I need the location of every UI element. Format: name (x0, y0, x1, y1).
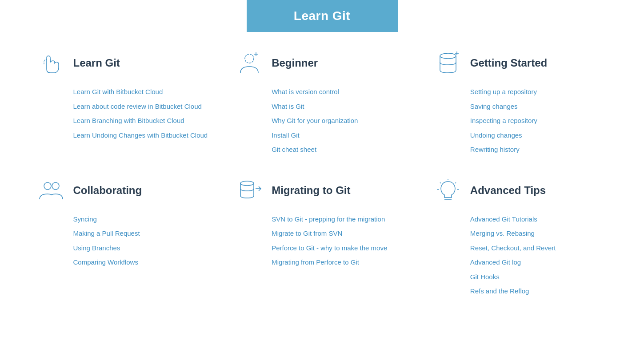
main-content: Learn GitLearn Git with Bitbucket CloudL… (11, 32, 633, 314)
hand-pointer-icon (38, 50, 64, 76)
section-link[interactable]: Saving changes (470, 102, 607, 112)
section-link[interactable]: Inspecting a repository (470, 116, 607, 126)
section-link[interactable]: Advanced Git Tutorials (470, 214, 607, 225)
section-link[interactable]: Learn Git with Bitbucket Cloud (73, 87, 210, 97)
section-links-migrating: SVN to Git - prepping for the migrationM… (236, 214, 408, 268)
section-link[interactable]: Perforce to Git - why to make the move (272, 243, 408, 253)
section-link[interactable]: Using Branches (73, 243, 210, 253)
section-title-advanced-tips: Advanced Tips (470, 184, 546, 197)
person-icon (236, 50, 263, 76)
section-link[interactable]: Undoing changes (470, 131, 607, 141)
section-link[interactable]: Making a Pull Request (73, 229, 210, 239)
section-link[interactable]: Learn about code review in Bitbucket Clo… (73, 102, 210, 112)
page-title: Learn Git (264, 9, 380, 23)
section-title-learn-git: Learn Git (73, 57, 120, 69)
database-plus-icon (435, 50, 461, 76)
people-icon (38, 177, 64, 204)
section-link[interactable]: Why Git for your organization (272, 116, 408, 126)
section-migrating: Migrating to GitSVN to Git - prepping fo… (236, 177, 408, 297)
section-link[interactable]: Rewriting history (470, 145, 607, 155)
section-collaborating: CollaboratingSyncingMaking a Pull Reques… (38, 177, 210, 297)
section-header-migrating: Migrating to Git (236, 177, 408, 204)
section-link[interactable]: Git cheat sheet (272, 145, 408, 155)
section-link[interactable]: Setting up a repository (470, 87, 607, 97)
section-links-getting-started: Setting up a repositorySaving changesIns… (435, 87, 607, 155)
lightbulb-icon (435, 177, 461, 204)
header-banner: Learn Git (247, 0, 398, 32)
section-link[interactable]: SVN to Git - prepping for the migration (272, 214, 408, 225)
section-link[interactable]: Syncing (73, 214, 210, 225)
section-link[interactable]: Git Hooks (470, 272, 607, 282)
section-link[interactable]: Refs and the Reflog (470, 286, 607, 297)
section-links-beginner: What is version controlWhat is GitWhy Gi… (236, 87, 408, 155)
section-header-beginner: Beginner (236, 50, 408, 76)
section-title-beginner: Beginner (272, 57, 318, 69)
section-link[interactable]: Comparing Workflows (73, 257, 210, 268)
section-header-advanced-tips: Advanced Tips (435, 177, 607, 204)
section-header-learn-git: Learn Git (38, 50, 210, 76)
section-links-advanced-tips: Advanced Git TutorialsMerging vs. Rebasi… (435, 214, 607, 297)
section-link[interactable]: What is version control (272, 87, 408, 97)
section-link[interactable]: Learn Branching with Bitbucket Cloud (73, 116, 210, 126)
section-title-migrating: Migrating to Git (272, 184, 350, 197)
section-learn-git: Learn GitLearn Git with Bitbucket CloudL… (38, 50, 210, 155)
database-arrow-icon (236, 177, 263, 204)
section-link[interactable]: Install Git (272, 131, 408, 141)
sections-grid: Learn GitLearn Git with Bitbucket CloudL… (38, 50, 607, 297)
section-link[interactable]: Migrating from Perforce to Git (272, 257, 408, 268)
section-advanced-tips: Advanced TipsAdvanced Git TutorialsMergi… (435, 177, 607, 297)
section-beginner: BeginnerWhat is version controlWhat is G… (236, 50, 408, 155)
section-link[interactable]: What is Git (272, 102, 408, 112)
section-link[interactable]: Advanced Git log (470, 257, 607, 268)
section-link[interactable]: Migrate to Git from SVN (272, 229, 408, 239)
section-header-collaborating: Collaborating (38, 177, 210, 204)
section-link[interactable]: Learn Undoing Changes with Bitbucket Clo… (73, 131, 210, 141)
section-title-getting-started: Getting Started (470, 57, 547, 69)
section-header-getting-started: Getting Started (435, 50, 607, 76)
section-links-collaborating: SyncingMaking a Pull RequestUsing Branch… (38, 214, 210, 268)
section-title-collaborating: Collaborating (73, 184, 142, 197)
section-links-learn-git: Learn Git with Bitbucket CloudLearn abou… (38, 87, 210, 140)
section-link[interactable]: Reset, Checkout, and Revert (470, 243, 607, 253)
section-getting-started: Getting StartedSetting up a repositorySa… (435, 50, 607, 155)
section-link[interactable]: Merging vs. Rebasing (470, 229, 607, 239)
